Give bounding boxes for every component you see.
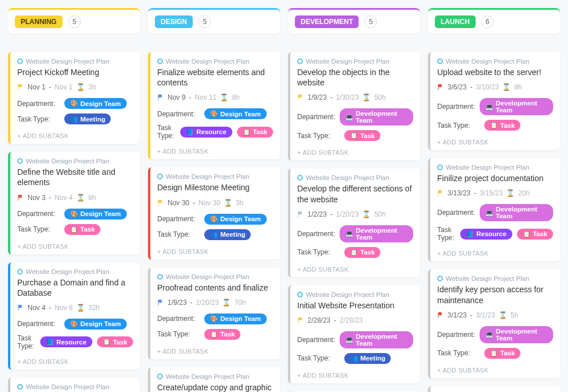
column-header[interactable]: DEVELOPMENT 5 [288, 8, 420, 34]
priority-flag-icon[interactable] [297, 93, 304, 101]
task-title[interactable]: Purchase a Domain and find a Database [17, 277, 133, 298]
task-card[interactable]: Website Design Project Plan Finilize pro… [428, 158, 560, 261]
department-tag[interactable]: 🎨Design Team [204, 108, 267, 119]
department-tag[interactable]: 💻Development Team [480, 204, 553, 221]
task-card[interactable]: Website Design Project Plan Project Kick… [8, 52, 140, 144]
priority-flag-icon[interactable] [17, 194, 24, 202]
add-subtask-button[interactable]: + ADD SUBTASK [157, 344, 273, 355]
status-pill[interactable]: PLANNING [15, 15, 63, 28]
start-date[interactable]: 1/9/23 [308, 93, 326, 101]
start-date[interactable]: Nov 1 [28, 83, 45, 91]
task-card[interactable]: Website Design Project Plan Create/updat… [148, 367, 280, 392]
task-card[interactable]: Website Design Project Plan Define the W… [8, 152, 140, 254]
start-date[interactable]: 3/13/23 [448, 189, 470, 197]
department-tag[interactable]: 💻Development Team [340, 331, 413, 348]
task-card[interactable]: Website Design Project Plan Proofread co… [148, 268, 280, 359]
priority-flag-icon[interactable] [437, 83, 444, 91]
project-breadcrumb[interactable]: Website Design Project Plan [157, 373, 273, 380]
end-date[interactable]: 1/20/23 [196, 299, 219, 307]
add-subtask-button[interactable]: + ADD SUBTASK [157, 245, 273, 255]
task-card[interactable]: Website Design Project Plan Identify key… [428, 269, 560, 378]
end-date[interactable]: 2/28/23 [340, 316, 363, 324]
department-tag[interactable]: 💻Development Team [480, 326, 553, 343]
task-title[interactable]: Finalize website elements and contents [157, 67, 273, 88]
priority-flag-icon[interactable] [437, 189, 444, 197]
department-tag[interactable]: 💻Development Team [340, 225, 413, 242]
project-breadcrumb[interactable]: Website Design Project Plan [17, 383, 133, 390]
task-type-tag-resource[interactable]: 📘Resource [40, 336, 92, 347]
task-title[interactable]: Identify key person access for maintenan… [437, 284, 553, 305]
project-breadcrumb[interactable]: Website Design Project Plan [297, 291, 413, 298]
time-estimate[interactable]: 8h [514, 83, 522, 91]
end-date[interactable]: Nov 8 [55, 304, 72, 312]
column-header[interactable]: LAUNCH 6 [428, 8, 560, 34]
priority-flag-icon[interactable] [297, 210, 304, 218]
task-card[interactable]: Website Design Project Plan Finalize web… [148, 52, 280, 159]
column-header[interactable]: PLANNING 5 [8, 8, 140, 34]
priority-flag-icon[interactable] [17, 304, 24, 312]
task-title[interactable]: Define the Website title and elements [17, 167, 133, 187]
add-subtask-button[interactable]: + ADD SUBTASK [297, 146, 413, 156]
task-type-tag-task[interactable]: 📋Task [237, 127, 273, 138]
task-title[interactable]: Design Milestone Meeting [157, 182, 273, 193]
task-type-tag-task[interactable]: 📋Task [204, 329, 240, 340]
project-breadcrumb[interactable]: Website Design Project Plan [437, 275, 553, 282]
add-subtask-button[interactable]: + ADD SUBTASK [437, 363, 553, 374]
task-type-tag-meeting[interactable]: 👥Meeting [344, 353, 391, 364]
project-breadcrumb[interactable]: Website Design Project Plan [437, 164, 553, 171]
time-estimate[interactable]: 32h [88, 304, 100, 312]
project-breadcrumb[interactable]: Website Design Project Plan [157, 273, 273, 280]
task-type-tag-resource[interactable]: 📘Resource [180, 127, 232, 138]
task-card[interactable]: Website Design Project Plan Develop the … [288, 168, 420, 277]
start-date[interactable]: 3/6/23 [448, 83, 466, 91]
add-subtask-button[interactable]: + ADD SUBTASK [297, 369, 413, 379]
task-card[interactable]: Website Design Project Plan Design Miles… [148, 167, 280, 259]
start-date[interactable]: Nov 3 [28, 194, 45, 202]
status-pill[interactable]: DESIGN [155, 15, 193, 28]
department-tag[interactable]: 💻Development Team [340, 108, 413, 126]
start-date[interactable]: 1/9/23 [168, 299, 186, 307]
priority-flag-icon[interactable] [157, 199, 164, 207]
start-date[interactable]: 3/1/23 [448, 311, 466, 319]
end-date[interactable]: Nov 30 [199, 199, 220, 207]
task-type-tag-task[interactable]: 📋Task [517, 229, 553, 240]
add-subtask-button[interactable]: + ADD SUBTASK [157, 144, 273, 155]
time-estimate[interactable]: 3h [88, 83, 96, 91]
task-type-tag-task[interactable]: 📋Task [484, 348, 520, 359]
task-type-tag-task[interactable]: 📋Task [484, 120, 520, 131]
time-estimate[interactable]: 8h [232, 93, 239, 101]
task-title[interactable]: Proofread contents and finalize [157, 283, 273, 293]
task-title[interactable]: Develop the objects in the website [297, 67, 413, 88]
department-tag[interactable]: 🎨Design Team [64, 209, 127, 219]
task-type-tag-resource[interactable]: 📘Resource [460, 229, 512, 240]
end-date[interactable]: 1/20/23 [336, 210, 359, 218]
task-card[interactable]: Website Design Project Plan Initial Webs… [288, 285, 420, 383]
task-title[interactable]: Develop the different sections of the we… [297, 183, 413, 204]
task-card[interactable]: Website Design Project Plan Team Meeting… [8, 378, 140, 392]
start-date[interactable]: Nov 4 [28, 304, 45, 312]
time-estimate[interactable]: 50h [374, 210, 386, 218]
priority-flag-icon[interactable] [17, 83, 24, 91]
task-title[interactable]: Create/update copy and graphic designs f… [157, 382, 273, 392]
end-date[interactable]: Nov 1 [55, 83, 72, 91]
task-type-tag-meeting[interactable]: 👥Meeting [64, 113, 111, 124]
project-breadcrumb[interactable]: Website Design Project Plan [17, 158, 133, 164]
start-date[interactable]: 1/2/23 [308, 210, 326, 218]
priority-flag-icon[interactable] [157, 299, 164, 307]
task-card[interactable]: Website Design Project Plan Final Meetin… [428, 386, 560, 392]
priority-flag-icon[interactable] [297, 316, 304, 324]
task-title[interactable]: Initial Website Presentation [297, 300, 413, 311]
department-tag[interactable]: 🎨Design Team [204, 313, 267, 324]
start-date[interactable]: Nov 30 [168, 199, 189, 207]
time-estimate[interactable]: 5h [511, 311, 518, 319]
project-breadcrumb[interactable]: Website Design Project Plan [297, 58, 413, 65]
time-estimate[interactable]: 70h [234, 299, 246, 307]
add-subtask-button[interactable]: + ADD SUBTASK [437, 135, 553, 146]
project-breadcrumb[interactable]: Website Design Project Plan [157, 173, 273, 180]
status-pill[interactable]: DEVELOPMENT [295, 15, 359, 28]
project-breadcrumb[interactable]: Website Design Project Plan [157, 58, 273, 65]
department-tag[interactable]: 💻Development Team [480, 98, 553, 115]
task-type-tag-task[interactable]: 📋Task [344, 130, 380, 141]
project-breadcrumb[interactable]: Website Design Project Plan [437, 58, 553, 65]
end-date[interactable]: Nov 11 [194, 93, 216, 101]
